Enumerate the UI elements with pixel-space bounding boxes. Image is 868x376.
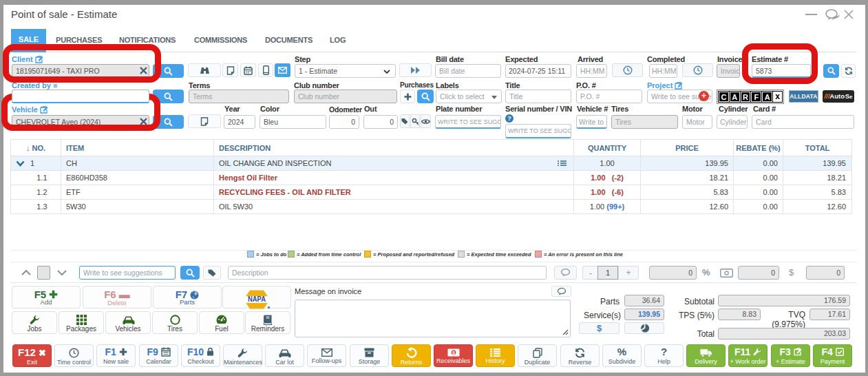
svg-text:NAPA: NAPA xyxy=(248,295,266,303)
svg-text:$: $ xyxy=(452,351,455,356)
